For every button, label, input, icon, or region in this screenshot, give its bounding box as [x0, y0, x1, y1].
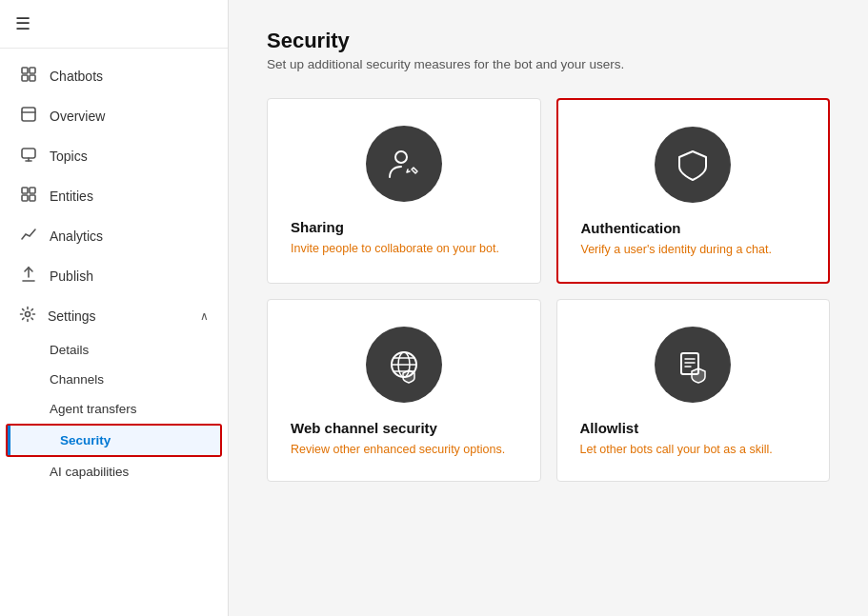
cards-grid: Sharing Invite people to collaborate on …	[267, 98, 830, 482]
settings-chevron-icon: ∧	[200, 309, 209, 323]
card-authentication[interactable]: Authentication Verify a user's identity …	[556, 98, 831, 284]
sidebar-item-agent-transfers[interactable]: Agent transfers	[0, 394, 228, 424]
topics-icon	[19, 146, 38, 167]
settings-left: Settings	[19, 306, 96, 326]
chatbots-icon	[19, 66, 38, 87]
sidebar-item-publish[interactable]: Publish	[0, 256, 228, 296]
svg-rect-12	[30, 195, 35, 201]
svg-rect-9	[22, 188, 28, 193]
overview-icon	[19, 106, 38, 127]
card-desc-web-channel: Review other enhanced security options.	[291, 442, 517, 459]
svg-rect-3	[30, 75, 35, 81]
user-edit-icon	[385, 145, 423, 183]
card-title-allowlist: Allowlist	[580, 420, 807, 436]
card-title-authentication: Authentication	[581, 220, 806, 236]
sidebar-item-security[interactable]: Security	[8, 426, 220, 455]
sidebar-item-details[interactable]: Details	[0, 335, 228, 365]
sidebar-item-channels[interactable]: Channels	[0, 365, 228, 394]
card-icon-wrapper-web-channel	[291, 327, 517, 403]
sidebar-item-label: Entities	[50, 189, 93, 204]
settings-label: Settings	[48, 308, 96, 324]
card-web-channel-security[interactable]: Web channel security Review other enhanc…	[267, 299, 541, 483]
allowlist-icon-circle	[655, 327, 731, 403]
publish-icon	[19, 266, 38, 287]
card-desc-authentication: Verify a user's identity during a chat.	[581, 242, 806, 259]
main-content: Security Set up additional security meas…	[229, 0, 868, 616]
page-title: Security	[267, 29, 830, 53]
shield-icon	[674, 146, 712, 184]
card-allowlist[interactable]: Allowlist Let other bots call your bot a…	[556, 299, 831, 483]
svg-rect-10	[30, 188, 35, 193]
sidebar-item-label: Chatbots	[50, 69, 103, 84]
card-title-web-channel: Web channel security	[291, 420, 517, 436]
hamburger-icon[interactable]: ☰	[15, 14, 30, 33]
svg-point-16	[395, 151, 407, 163]
sidebar-header: ☰	[0, 0, 228, 49]
svg-rect-2	[22, 75, 28, 81]
sidebar-item-label: Topics	[50, 149, 88, 164]
web-channel-icon-circle	[366, 327, 442, 403]
sidebar-item-analytics[interactable]: Analytics	[0, 216, 228, 256]
sidebar: ☰ Chatbots Overview	[0, 0, 229, 616]
sidebar-item-label: Publish	[50, 268, 93, 284]
card-title-sharing: Sharing	[291, 219, 517, 235]
svg-rect-6	[22, 149, 35, 158]
card-desc-allowlist: Let other bots call your bot as a skill.	[580, 442, 807, 459]
sidebar-item-settings[interactable]: Settings ∧	[0, 296, 228, 335]
sidebar-item-chatbots[interactable]: Chatbots	[0, 56, 228, 96]
settings-icon	[19, 306, 36, 326]
card-icon-wrapper-authentication	[581, 127, 806, 203]
sidebar-item-ai-capabilities[interactable]: AI capabilities	[0, 457, 228, 487]
globe-shield-icon	[385, 346, 423, 384]
list-shield-icon	[674, 346, 712, 384]
svg-rect-4	[22, 108, 35, 121]
svg-rect-11	[22, 195, 28, 201]
svg-rect-0	[22, 68, 28, 73]
sidebar-item-overview[interactable]: Overview	[0, 96, 228, 136]
analytics-icon	[19, 226, 38, 247]
sidebar-item-topics[interactable]: Topics	[0, 136, 228, 176]
card-icon-wrapper-sharing	[291, 126, 517, 202]
sidebar-item-entities[interactable]: Entities	[0, 176, 228, 216]
card-desc-sharing: Invite people to collaborate on your bot…	[291, 241, 517, 258]
card-sharing[interactable]: Sharing Invite people to collaborate on …	[267, 98, 541, 284]
svg-point-15	[26, 312, 30, 317]
sharing-icon-circle	[366, 126, 442, 202]
page-subtitle: Set up additional security measures for …	[267, 57, 830, 71]
sidebar-item-label: Analytics	[50, 229, 103, 244]
card-icon-wrapper-allowlist	[580, 327, 807, 403]
security-item-wrapper: Security	[6, 424, 222, 457]
svg-rect-1	[30, 68, 35, 73]
settings-children: Details Channels Agent transfers Securit…	[0, 335, 228, 487]
sidebar-item-label: Overview	[50, 109, 105, 124]
sidebar-nav: Chatbots Overview Topics	[0, 49, 228, 494]
entities-icon	[19, 186, 38, 207]
authentication-icon-circle	[655, 127, 731, 203]
